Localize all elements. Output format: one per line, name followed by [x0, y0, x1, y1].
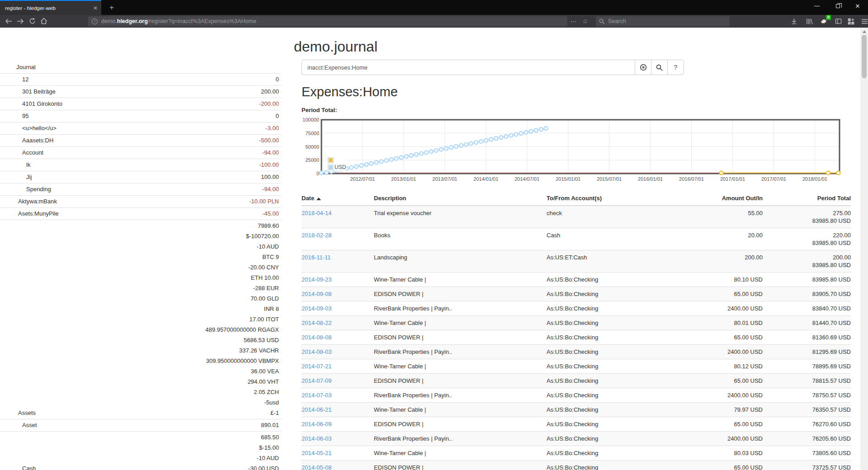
magnifier-icon [656, 64, 663, 71]
scrollbar-thumb[interactable] [862, 35, 867, 78]
url-text: demo.hledger.org/register?q=inacct%3AExp… [101, 18, 256, 24]
window-close-button[interactable]: ✕ [850, 0, 865, 12]
transaction-date-link[interactable]: 2014-06-03 [302, 435, 332, 442]
transaction-date-link[interactable]: 2016-11-11 [302, 254, 331, 261]
column-header-date[interactable]: Date [302, 192, 374, 206]
transaction-amount: 65.00 USD [682, 330, 763, 345]
browser-search-bar[interactable] [596, 16, 730, 26]
chart-canvas: 02500050000750001000002012/07/012013/01/… [302, 117, 849, 186]
library-button[interactable] [803, 16, 816, 26]
window-maximize-button[interactable] [830, 0, 845, 12]
transaction-date-link[interactable]: 2014-06-09 [302, 421, 332, 428]
scroll-up-arrow-icon[interactable] [863, 30, 866, 33]
account-link[interactable]: Aaasets:DH [0, 136, 53, 146]
transaction-date-link[interactable]: 2014-08-08 [302, 334, 332, 341]
query-form: ? [302, 60, 684, 75]
page-scrollbar[interactable] [860, 28, 868, 470]
transaction-date-link[interactable]: 2014-05-21 [302, 450, 332, 456]
downloads-button[interactable] [788, 16, 800, 26]
account-link[interactable]: Aktywa:mBank [0, 197, 57, 207]
account-balance: 100.00 [261, 172, 279, 182]
transaction-amount: 65.00 USD [682, 417, 763, 432]
period-total-cell: 81295.69 USD [763, 345, 851, 359]
url-bar[interactable]: i demo.hledger.org/register?q=inacct%3AE… [88, 16, 567, 26]
back-button[interactable] [3, 16, 14, 26]
home-button[interactable] [38, 16, 50, 26]
forward-arrow-icon [17, 18, 24, 24]
transaction-date-link[interactable]: 2014-07-03 [302, 392, 332, 399]
register-row: 2014-08-22Wine-Tarner Cable |As:US:Bo:Ch… [302, 316, 851, 330]
register-row: 2014-09-03RiverBank Properties | Payin..… [302, 301, 851, 316]
forward-button[interactable] [14, 16, 26, 26]
query-input[interactable] [302, 60, 635, 75]
transaction-description: RiverBank Properties | Payin.. [374, 301, 547, 316]
search-icon [599, 19, 605, 24]
account-link[interactable]: 4101 Girokonto [0, 99, 62, 109]
transaction-description: Books [374, 228, 547, 250]
extensions-button[interactable] [844, 16, 857, 26]
account-link[interactable]: Asets:MunyPile [0, 209, 59, 219]
addon-button[interactable]: 0 [817, 16, 830, 26]
library-icon [806, 18, 813, 25]
account-link[interactable]: lk [0, 160, 30, 170]
browser-search-input[interactable] [608, 18, 717, 24]
account-link[interactable]: Assets [0, 408, 36, 418]
maximize-icon [836, 4, 840, 8]
transaction-date-link[interactable]: 2018-04-14 [302, 210, 332, 216]
transaction-account: As:US:Bo:Checking [547, 301, 682, 316]
search-submit-button[interactable] [651, 60, 668, 75]
tab-close-icon[interactable]: ✕ [93, 5, 98, 11]
clear-query-button[interactable] [635, 60, 651, 75]
account-link[interactable]: 301 Beiträge [0, 87, 56, 97]
legend-entry: USD [328, 164, 346, 171]
browser-tab[interactable]: register - hledger-web ✕ [0, 0, 101, 15]
account-balance: -94.00 [262, 184, 279, 194]
sidebars-button[interactable] [832, 16, 844, 26]
account-link[interactable]: <u>hello</u> [0, 123, 57, 133]
transaction-date-link[interactable]: 2018-02-28 [302, 232, 332, 239]
period-total-cell: 73725.57 USD [763, 461, 851, 470]
transaction-amount: 2400.00 USD [682, 432, 763, 446]
account-link[interactable]: 12 [0, 75, 28, 85]
transaction-account: As:US:Bo:Checking [547, 403, 682, 417]
url-host: hledger.org [117, 18, 148, 24]
sidebar-account-row: Cash685.50$-15.00-10 AUD-30.00 USD [0, 432, 282, 470]
reload-button[interactable] [26, 16, 38, 26]
transaction-date-link[interactable]: 2014-07-09 [302, 377, 332, 384]
account-link[interactable]: Account [0, 148, 43, 158]
transaction-description: EDISON POWER | [374, 374, 547, 388]
window-minimize-button[interactable]: — [809, 0, 825, 12]
transaction-date-link[interactable]: 2014-07-21 [302, 363, 332, 370]
site-info-icon[interactable]: i [92, 19, 98, 24]
account-link[interactable]: Jij [0, 172, 32, 182]
account-link[interactable]: Spending [0, 184, 51, 194]
search-help-button[interactable]: ? [667, 60, 684, 75]
transaction-date-link[interactable]: 2014-08-22 [302, 320, 332, 326]
period-total-cell: 73805.60 USD [763, 446, 851, 461]
account-link[interactable]: 95 [0, 111, 28, 121]
bookmark-star-icon[interactable]: ☆ [582, 16, 588, 26]
transaction-date-link[interactable]: 2014-06-21 [302, 406, 332, 413]
transaction-account: As:US:Bo:Checking [547, 359, 682, 374]
transaction-date-link[interactable]: 2014-08-03 [302, 348, 332, 355]
home-icon [40, 18, 47, 24]
transaction-date-link[interactable]: 2014-09-23 [302, 276, 332, 283]
transaction-account: As:US:Bo:Checking [547, 446, 682, 461]
transaction-description: EDISON POWER | [374, 330, 547, 345]
transaction-amount: 80.03 USD [682, 446, 763, 461]
transaction-description: Wine-Tarner Cable | [374, 446, 547, 461]
transaction-date-link[interactable]: 2014-09-03 [302, 305, 332, 312]
new-tab-button[interactable]: + [105, 0, 118, 15]
account-balance: -500.00 [259, 135, 279, 146]
menu-button[interactable] [858, 16, 868, 26]
period-total-cell: 78895.69 USD [763, 359, 851, 374]
account-link[interactable]: Cash [0, 464, 36, 470]
sidebar-account-row: <u>hello</u>-3.00 [0, 122, 282, 135]
account-balance: -100.00 [259, 160, 279, 170]
account-link[interactable]: Asset [0, 420, 37, 430]
transaction-date-link[interactable]: 2014-05-08 [302, 464, 332, 470]
page-actions-icon[interactable]: ⋯ [571, 16, 576, 26]
transaction-account: Cash [547, 228, 682, 250]
account-link[interactable]: Journal [0, 62, 36, 72]
transaction-date-link[interactable]: 2014-09-08 [302, 291, 332, 297]
